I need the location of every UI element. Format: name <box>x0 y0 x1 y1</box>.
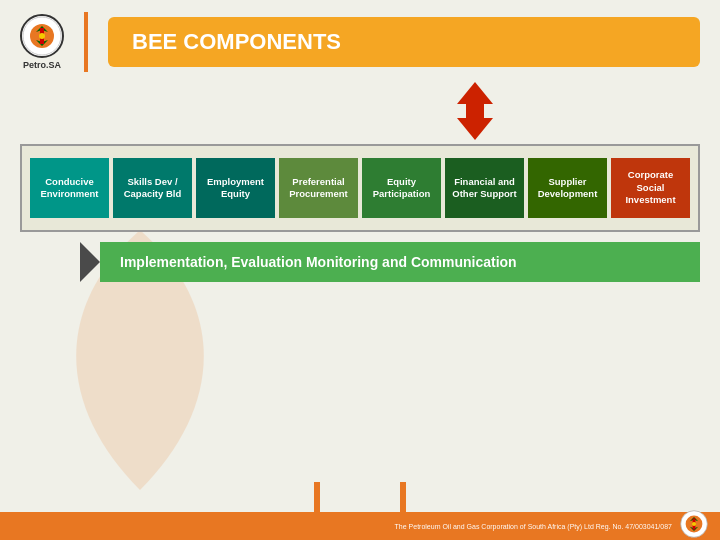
implementation-banner: Implementation, Evaluation Monitoring an… <box>100 242 700 282</box>
component-equity-participation: Equity Participation <box>362 158 441 218</box>
vertical-bar <box>84 12 88 72</box>
implementation-label: Implementation, Evaluation Monitoring an… <box>120 254 517 270</box>
arrow-rect <box>466 104 484 118</box>
implementation-row: Implementation, Evaluation Monitoring an… <box>20 242 700 282</box>
impl-arrow-icon <box>80 242 100 282</box>
bee-banner: BEE COMPONENTS <box>108 17 700 67</box>
component-conducive-env: Conducive Environment <box>30 158 109 218</box>
company-name: Petro.SA <box>23 60 61 70</box>
footer-logo <box>680 510 708 540</box>
footer-text: The Petroleum Oil and Gas Corporation of… <box>395 523 672 530</box>
svg-point-3 <box>39 33 45 39</box>
logo-circle <box>20 14 64 58</box>
component-financial-support: Financial and Other Support <box>445 158 524 218</box>
bottom-bar-right <box>400 482 406 512</box>
svg-point-7 <box>692 522 696 526</box>
components-row: Conducive Environment Skills Dev / Capac… <box>30 158 690 218</box>
bottom-bars <box>0 482 720 512</box>
arrow-up-icon <box>457 82 493 104</box>
component-skills-dev: Skills Dev / Capacity Bld <box>113 158 192 218</box>
component-supplier-dev: Supplier Development <box>528 158 607 218</box>
bee-title: BEE COMPONENTS <box>132 29 341 54</box>
arrow-down-icon <box>457 118 493 140</box>
bottom-bar-left <box>314 482 320 512</box>
components-box: Conducive Environment Skills Dev / Capac… <box>20 144 700 232</box>
arrow-connector <box>250 82 700 140</box>
component-employment-equity: Employment Equity <box>196 158 275 218</box>
component-preferential-procurement: Preferential Procurement <box>279 158 358 218</box>
component-corporate-social: Corporate Social Investment <box>611 158 690 218</box>
footer: The Petroleum Oil and Gas Corporation of… <box>0 512 720 540</box>
logo-area: Petro.SA <box>20 14 64 70</box>
